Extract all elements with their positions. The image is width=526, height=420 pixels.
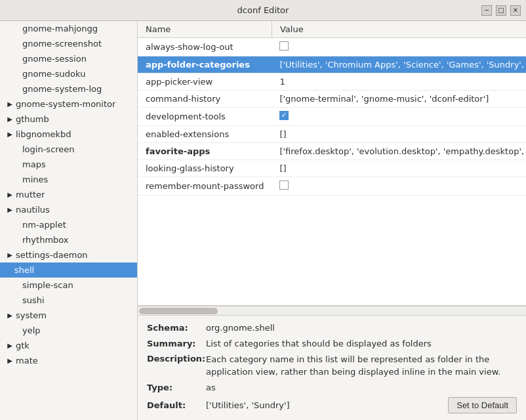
setting-value: 1 <box>272 74 526 91</box>
sidebar-item-nautilus[interactable]: nautilus <box>0 202 137 217</box>
sidebar-item-yelp[interactable]: yelp <box>0 323 137 338</box>
setting-value: [] <box>272 160 526 177</box>
table-row[interactable]: development-tools <box>138 108 526 126</box>
sidebar-item-label: gnome-mahjongg <box>22 24 98 33</box>
setting-name: always-show-log-out <box>138 38 272 56</box>
col-name: Name <box>138 21 272 38</box>
default-value: ['Utilities', 'Sundry'] <box>206 400 448 410</box>
setting-name: app-picker-view <box>138 74 272 91</box>
setting-value <box>272 38 526 56</box>
sidebar-item-label: gthumb <box>16 114 49 124</box>
sidebar-item-gnome-mahjongg[interactable]: gnome-mahjongg <box>0 21 137 36</box>
sidebar-item-gnome-session[interactable]: gnome-session <box>0 51 137 66</box>
sidebar-item-nm-applet[interactable]: nm-applet <box>0 217 137 232</box>
sidebar-item-gnome-screenshot[interactable]: gnome-screenshot <box>0 36 137 51</box>
sidebar-item-label: nautilus <box>16 205 50 215</box>
arrow-icon <box>5 311 14 320</box>
sidebar-item-gnome-sudoku[interactable]: gnome-sudoku <box>0 66 137 81</box>
sidebar-item-label: settings-daemon <box>16 250 88 260</box>
sidebar-item-settings-daemon[interactable]: settings-daemon <box>0 247 137 262</box>
table-row[interactable]: enabled-extensions[] <box>138 126 526 143</box>
sidebar-item-mutter[interactable]: mutter <box>0 187 137 202</box>
table-row[interactable]: favorite-apps['firefox.desktop', 'evolut… <box>138 143 526 160</box>
summary-row: Summary: List of categories that should … <box>147 338 517 350</box>
default-label: Default: <box>147 400 206 410</box>
arrow-icon <box>5 356 14 366</box>
horizontal-scrollbar[interactable] <box>138 306 526 315</box>
settings-table: Name Value always-show-log-outapp-folder… <box>138 21 526 196</box>
table-row[interactable]: command-history['gnome-terminal', 'gnome… <box>138 91 526 108</box>
scrollbar-thumb[interactable] <box>139 308 218 314</box>
set-default-button[interactable]: Set to Default <box>448 397 517 413</box>
description-label: Description: <box>147 353 206 379</box>
setting-value: ['firefox.desktop', 'evolution.desktop',… <box>272 143 526 160</box>
maximize-button[interactable]: □ <box>496 5 506 16</box>
description-value: Each category name in this list will be … <box>206 353 517 379</box>
summary-label: Summary: <box>147 338 206 350</box>
sidebar-item-label: nm-applet <box>22 220 66 230</box>
setting-value <box>272 108 526 126</box>
table-row[interactable]: always-show-log-out <box>138 38 526 56</box>
setting-name: favorite-apps <box>138 143 272 160</box>
setting-value <box>272 177 526 196</box>
sidebar-item-label: yelp <box>22 326 41 335</box>
schema-label: Schema: <box>147 322 206 334</box>
sidebar-item-mate[interactable]: mate <box>0 353 137 368</box>
type-label: Type: <box>147 382 206 394</box>
default-info: Default: ['Utilities', 'Sundry'] <box>147 400 448 410</box>
sidebar-item-shell[interactable]: shell <box>0 262 137 278</box>
table-row[interactable]: looking-glass-history[] <box>138 160 526 177</box>
setting-name: development-tools <box>138 108 272 126</box>
table-container[interactable]: Name Value always-show-log-outapp-folder… <box>138 21 526 306</box>
arrow-icon <box>5 251 14 260</box>
arrow-icon <box>5 115 14 124</box>
sidebar-item-gnome-system-log[interactable]: gnome-system-log <box>0 81 137 96</box>
sidebar-item-rhythmbox[interactable]: rhythmbox <box>0 232 137 247</box>
sidebar-item-label: mutter <box>16 190 45 200</box>
sidebar-item-sushi[interactable]: sushi <box>0 293 137 308</box>
sidebar-item-label: maps <box>22 159 46 169</box>
sidebar-item-system[interactable]: system <box>0 308 137 323</box>
sidebar-item-label: rhythmbox <box>22 235 69 245</box>
sidebar-item-label: gtk <box>16 341 30 350</box>
sidebar-item-label: sushi <box>22 295 45 305</box>
info-panel: Schema: org.gnome.shell Summary: List of… <box>138 315 526 420</box>
sidebar-item-label: libgnomekbd <box>16 129 71 139</box>
table-row[interactable]: app-picker-view1 <box>138 74 526 91</box>
checkbox-display[interactable] <box>279 111 289 120</box>
minimize-button[interactable]: − <box>481 5 492 16</box>
arrow-icon <box>5 205 14 215</box>
table-row[interactable]: remember-mount-password <box>138 177 526 196</box>
sidebar-item-mines[interactable]: mines <box>0 172 137 187</box>
description-row: Description: Each category name in this … <box>147 353 517 379</box>
col-value: Value <box>272 21 526 38</box>
sidebar-item-gtk[interactable]: gtk <box>0 338 137 353</box>
sidebar-item-login-screen[interactable]: login-screen <box>0 142 137 157</box>
summary-value: List of categories that should be displa… <box>206 338 517 350</box>
sidebar-item-gnome-system-monitor[interactable]: gnome-system-monitor <box>0 96 137 112</box>
window-title: dconf Editor <box>45 5 481 15</box>
main-container: gnome-mahjongggnome-screenshotgnome-sess… <box>0 21 526 420</box>
sidebar-item-gthumb[interactable]: gthumb <box>0 112 137 127</box>
default-row: Default: ['Utilities', 'Sundry'] Set to … <box>147 397 517 413</box>
type-value: as <box>206 382 517 394</box>
schema-value: org.gnome.shell <box>206 322 517 334</box>
setting-name: app-folder-categories <box>138 56 272 74</box>
arrow-icon <box>5 100 14 109</box>
checkbox-display[interactable] <box>279 41 289 51</box>
setting-name: enabled-extensions <box>138 126 272 143</box>
checkbox-display[interactable] <box>279 180 289 190</box>
table-row[interactable]: app-folder-categories['Utilities', 'Chro… <box>138 56 526 74</box>
sidebar-item-libgnomekbd[interactable]: libgnomekbd <box>0 127 137 142</box>
setting-name: looking-glass-history <box>138 160 272 177</box>
titlebar: dconf Editor − □ ✕ <box>0 0 526 21</box>
sidebar-item-simple-scan[interactable]: simple-scan <box>0 278 137 293</box>
arrow-icon <box>5 130 14 139</box>
close-button[interactable]: ✕ <box>510 5 521 16</box>
sidebar-item-label: system <box>16 310 47 320</box>
arrow-icon <box>5 190 14 200</box>
sidebar-item-label: shell <box>14 265 34 275</box>
sidebar-item-maps[interactable]: maps <box>0 157 137 172</box>
setting-value: ['Utilities', 'Chromium Apps', 'Science'… <box>272 56 526 74</box>
schema-row: Schema: org.gnome.shell <box>147 322 517 334</box>
